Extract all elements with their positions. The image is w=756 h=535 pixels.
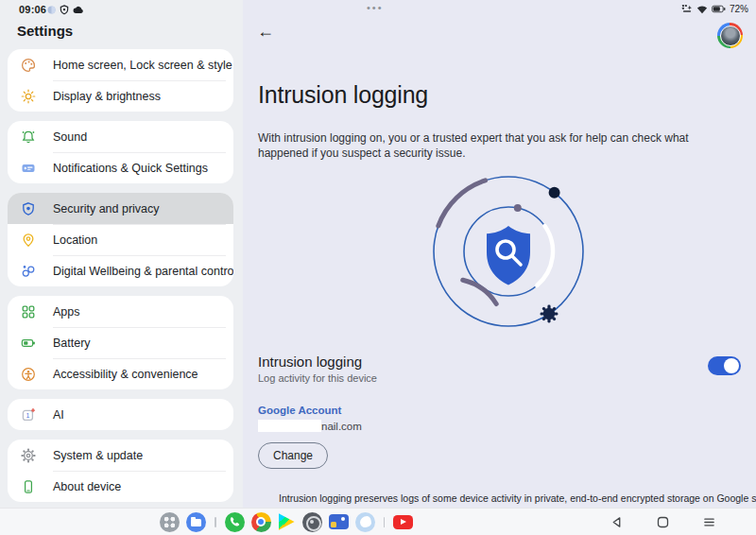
status-icons-right: 72% xyxy=(681,4,748,14)
sidebar-item-label: Home screen, Lock screen & style xyxy=(53,59,232,72)
accessibility-person-icon xyxy=(21,367,36,382)
files-app-icon[interactable] xyxy=(186,512,206,532)
setting-labels: Intrusion logging Log activity for this … xyxy=(258,354,377,384)
notification-banner-icon xyxy=(21,161,36,176)
dock-divider xyxy=(384,517,386,527)
sidebar-item-display-brightness[interactable]: Display & brightness xyxy=(8,80,233,112)
intrusion-logging-panel: ••• 72% ← Intrusion logging With intrusi… xyxy=(243,0,756,508)
svg-text:1: 1 xyxy=(26,412,29,419)
map-pin-icon xyxy=(21,233,36,248)
intrusion-logging-toggle[interactable] xyxy=(708,356,741,375)
sidebar-item-label: Apps xyxy=(53,305,80,319)
clock: 09:06 xyxy=(19,4,46,15)
status-icons-left xyxy=(47,5,84,15)
status-indicator-icon xyxy=(681,4,693,14)
phone-outline-icon xyxy=(21,479,36,494)
settings-menu: Home screen, Lock screen & style Display… xyxy=(8,49,233,511)
sidebar-item-label: Sound xyxy=(53,130,87,144)
sidebar-item-accessibility[interactable]: Accessibility & convenience xyxy=(8,358,233,389)
dock xyxy=(160,509,413,535)
sidebar-item-label: About device xyxy=(53,480,121,493)
phone-app-icon[interactable] xyxy=(225,512,245,532)
nav-home-button[interactable] xyxy=(655,514,670,529)
account-email: nail.com xyxy=(258,420,362,432)
sidebar-item-ai[interactable]: 1 AI xyxy=(8,399,233,430)
gallery-app-icon[interactable] xyxy=(329,514,349,529)
app-drawer-icon[interactable] xyxy=(160,512,180,532)
cloud-icon xyxy=(73,6,84,14)
sun-icon xyxy=(21,89,36,104)
change-account-button[interactable]: Change xyxy=(258,442,328,469)
sidebar-item-label: Notifications & Quick Settings xyxy=(53,162,208,175)
sidebar-item-label: System & update xyxy=(53,449,143,462)
setting-sublabel: Log activity for this device xyxy=(258,372,377,384)
email-suffix: nail.com xyxy=(321,421,362,432)
navigation-buttons xyxy=(609,509,716,535)
settings-group: Sound Notifications & Quick Settings xyxy=(8,121,233,183)
assistant-app-icon[interactable] xyxy=(355,512,375,532)
shield-status-icon xyxy=(60,5,69,15)
nav-recents-button[interactable] xyxy=(701,514,716,529)
battery-icon xyxy=(712,5,726,13)
wellbeing-rings-icon xyxy=(21,264,36,279)
screen-title: Intrusion logging xyxy=(258,81,428,109)
sidebar-item-notifications[interactable]: Notifications & Quick Settings xyxy=(8,152,233,183)
avatar-photo xyxy=(720,26,741,46)
gear-icon xyxy=(21,448,36,463)
chrome-app-icon[interactable] xyxy=(251,512,271,532)
sidebar-item-security-privacy[interactable]: Security and privacy xyxy=(8,193,233,224)
battery-icon xyxy=(21,336,36,351)
screen-description: With intrusion logging on, you or a trus… xyxy=(258,130,707,161)
account-avatar[interactable] xyxy=(717,23,743,48)
sidebar-item-home-screen[interactable]: Home screen, Lock screen & style xyxy=(8,49,233,80)
app-grid-icon xyxy=(21,304,36,319)
sidebar-item-label: Accessibility & convenience xyxy=(53,368,198,381)
taskbar xyxy=(0,508,756,535)
google-account-heading: Google Account xyxy=(258,405,341,416)
wifi-icon xyxy=(696,5,708,14)
settings-group: 1 AI xyxy=(8,399,233,430)
intrusion-logging-setting-row: Intrusion logging Log activity for this … xyxy=(258,354,741,384)
ai-badge-icon: 1 xyxy=(21,407,36,423)
settings-group: Apps Battery Accessibility & convenience xyxy=(8,296,233,389)
intrusion-logging-illustration xyxy=(414,172,603,335)
settings-sidebar: 09:06 Settings Home screen, Lock screen … xyxy=(0,0,243,508)
youtube-app-icon[interactable] xyxy=(393,515,413,529)
sidebar-item-sound[interactable]: Sound xyxy=(8,121,233,152)
sidebar-item-battery[interactable]: Battery xyxy=(8,327,233,358)
dock-divider xyxy=(215,517,216,527)
settings-group: Security and privacy Location Digital We… xyxy=(8,193,233,286)
settings-group: Home screen, Lock screen & style Display… xyxy=(8,49,233,112)
window-drag-handle[interactable]: ••• xyxy=(367,2,384,13)
back-arrow-icon[interactable]: ← xyxy=(257,23,274,40)
sidebar-item-system-update[interactable]: System & update xyxy=(8,440,233,471)
email-redaction xyxy=(258,420,321,432)
sidebar-item-location[interactable]: Location xyxy=(8,224,233,255)
sidebar-item-apps[interactable]: Apps xyxy=(8,296,233,327)
footer-note-text: Intrusion logging preserves logs of some… xyxy=(279,492,756,504)
palette-icon xyxy=(21,58,36,73)
play-store-app-icon[interactable] xyxy=(279,513,295,530)
settings-group: System & update About device xyxy=(8,440,233,502)
sidebar-item-label: Location xyxy=(53,233,97,247)
footer-note: Intrusion logging preserves logs of some… xyxy=(272,492,752,504)
bell-icon xyxy=(21,129,36,145)
sidebar-item-label: Digital Wellbeing & parental controls xyxy=(53,265,233,278)
toggle-knob xyxy=(724,358,739,373)
page-title: Settings xyxy=(17,23,73,39)
sidebar-item-digital-wellbeing[interactable]: Digital Wellbeing & parental controls xyxy=(8,255,233,286)
event-circle-icon xyxy=(47,6,56,14)
sidebar-item-label: Security and privacy xyxy=(53,202,160,216)
camera-app-icon[interactable] xyxy=(302,512,322,532)
sidebar-item-about-device[interactable]: About device xyxy=(8,471,233,502)
chrome-center xyxy=(256,517,266,526)
battery-percent: 72% xyxy=(730,4,748,14)
nav-back-button[interactable] xyxy=(609,514,624,529)
sidebar-item-label: AI xyxy=(53,408,64,422)
sidebar-item-label: Battery xyxy=(53,337,91,350)
setting-label: Intrusion logging xyxy=(258,354,377,370)
shield-icon xyxy=(21,201,36,216)
sidebar-item-label: Display & brightness xyxy=(53,90,161,103)
tablet-screen: { "status_bar": { "time": "09:06", "hand… xyxy=(0,0,756,535)
